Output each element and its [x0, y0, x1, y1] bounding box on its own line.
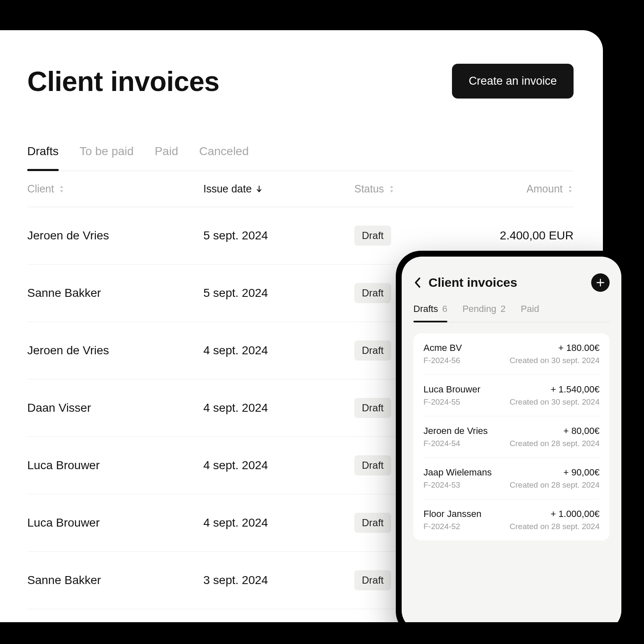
item-amount: + 180.00€: [558, 343, 600, 353]
phone-tab-label: Paid: [521, 304, 539, 314]
cell-date: 5 sept. 2024: [203, 229, 354, 242]
sort-icon: [388, 185, 395, 193]
item-created: Created on 28 sept. 2024: [510, 522, 600, 531]
bottom-shadow: [0, 622, 644, 644]
column-status-label: Status: [354, 183, 384, 195]
item-ref: F-2024-53: [423, 480, 460, 490]
sort-icon: [567, 185, 574, 193]
item-ref: F-2024-54: [423, 439, 460, 448]
item-created: Created on 30 sept. 2024: [510, 356, 600, 365]
column-amount[interactable]: Amount: [455, 183, 574, 195]
column-status[interactable]: Status: [354, 183, 455, 195]
column-client-label: Client: [27, 183, 54, 195]
column-amount-label: Amount: [527, 183, 563, 195]
phone-window: Client invoices Drafts 6 Pending 2 Pa: [396, 251, 627, 636]
item-client: Jaap Wielemans: [423, 467, 492, 478]
column-client[interactable]: Client: [27, 183, 203, 195]
tab-drafts[interactable]: Drafts: [27, 145, 59, 171]
plus-icon: [596, 278, 605, 287]
column-issue-date-label: Issue date: [203, 183, 252, 195]
cell-date: 5 sept. 2024: [203, 286, 354, 300]
column-issue-date[interactable]: Issue date: [203, 183, 354, 195]
phone-tab-pending[interactable]: Pending 2: [462, 304, 506, 322]
list-item[interactable]: Acme BV + 180.00€ F-2024-56 Created on 3…: [423, 333, 600, 375]
item-ref: F-2024-52: [423, 522, 460, 531]
item-created: Created on 30 sept. 2024: [510, 397, 600, 407]
phone-page-title: Client invoices: [428, 275, 584, 290]
cell-client: Luca Brouwer: [27, 459, 203, 472]
create-invoice-button[interactable]: Create an invoice: [452, 64, 574, 99]
add-invoice-button[interactable]: [591, 273, 610, 292]
cell-date: 3 sept. 2024: [203, 574, 354, 587]
cell-client: Luca Brouwer: [27, 516, 203, 530]
cell-client: Jeroen de Vries: [27, 344, 203, 357]
tabs: Drafts To be paid Paid Canceled: [27, 145, 574, 171]
cell-date: 4 sept. 2024: [203, 344, 354, 357]
tab-to-be-paid[interactable]: To be paid: [80, 145, 134, 171]
chevron-left-icon[interactable]: [413, 277, 422, 288]
phone-tab-count: 2: [501, 304, 506, 314]
phone-tab-label: Pending: [462, 304, 496, 314]
cell-client: Daan Visser: [27, 401, 203, 415]
status-badge: Draft: [354, 226, 391, 246]
arrow-down-icon: [256, 185, 262, 193]
phone-tab-paid[interactable]: Paid: [521, 304, 539, 322]
item-amount: + 90,00€: [564, 467, 600, 478]
item-amount: + 1.000,00€: [551, 509, 600, 519]
item-amount: + 80,00€: [564, 426, 600, 436]
item-client: Jeroen de Vries: [423, 426, 488, 436]
status-badge: Draft: [354, 398, 391, 418]
list-item[interactable]: Luca Brouwer + 1.540,00€ F-2024-55 Creat…: [423, 375, 600, 416]
phone-tabs: Drafts 6 Pending 2 Paid: [413, 304, 610, 322]
cell-date: 4 sept. 2024: [203, 401, 354, 415]
cell-status: Draft: [354, 226, 455, 246]
status-badge: Draft: [354, 283, 391, 303]
status-badge: Draft: [354, 455, 391, 475]
cell-date: 4 sept. 2024: [203, 459, 354, 472]
list-item[interactable]: Floor Janssen + 1.000,00€ F-2024-52 Crea…: [423, 499, 600, 540]
item-ref: F-2024-55: [423, 397, 460, 407]
tab-canceled[interactable]: Canceled: [199, 145, 249, 171]
table-header: Client Issue date Status: [27, 171, 574, 207]
phone-invoice-list: Acme BV + 180.00€ F-2024-56 Created on 3…: [413, 333, 610, 540]
cell-date: 4 sept. 2024: [203, 516, 354, 530]
phone-tab-label: Drafts: [413, 304, 438, 314]
tab-paid[interactable]: Paid: [155, 145, 178, 171]
item-ref: F-2024-56: [423, 356, 460, 365]
item-client: Luca Brouwer: [423, 384, 480, 395]
status-badge: Draft: [354, 340, 391, 361]
item-client: Acme BV: [423, 343, 462, 353]
item-client: Floor Janssen: [423, 509, 481, 519]
cell-amount: 2.400,00 EUR: [455, 229, 574, 242]
status-badge: Draft: [354, 513, 391, 533]
cell-client: Sanne Bakker: [27, 574, 203, 587]
page-title: Client invoices: [27, 65, 219, 97]
cell-client: Jeroen de Vries: [27, 229, 203, 242]
phone-tab-count: 6: [442, 304, 447, 314]
sort-icon: [58, 185, 65, 193]
item-created: Created on 28 sept. 2024: [510, 439, 600, 448]
list-item[interactable]: Jaap Wielemans + 90,00€ F-2024-53 Create…: [423, 458, 600, 499]
item-amount: + 1.540,00€: [551, 384, 600, 395]
phone-tab-drafts[interactable]: Drafts 6: [413, 304, 447, 322]
status-badge: Draft: [354, 570, 391, 590]
cell-client: Sanne Bakker: [27, 286, 203, 300]
item-created: Created on 28 sept. 2024: [510, 480, 600, 490]
list-item[interactable]: Jeroen de Vries + 80,00€ F-2024-54 Creat…: [423, 416, 600, 458]
